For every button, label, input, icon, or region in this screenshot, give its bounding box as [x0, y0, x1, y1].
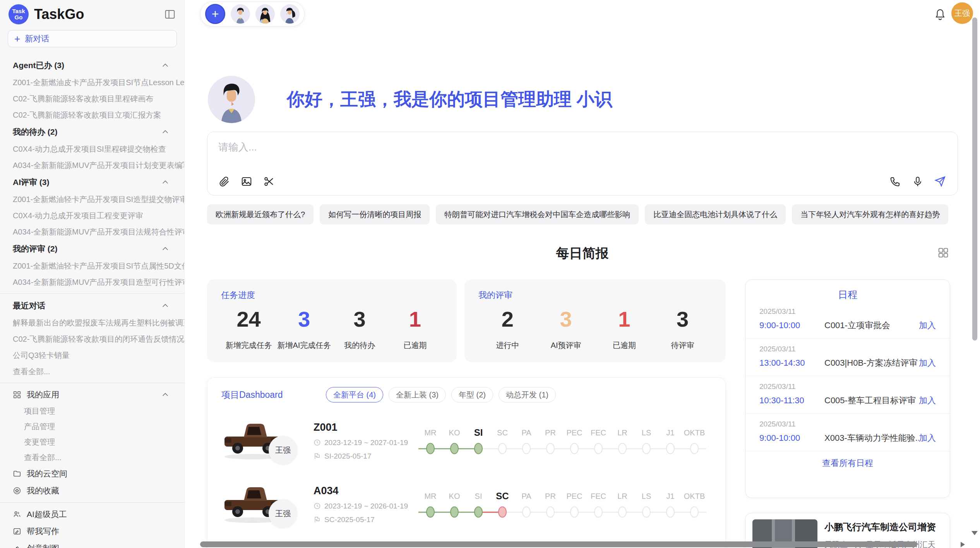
- milestone-dot: [466, 442, 490, 455]
- suggestion-chip[interactable]: 当下年轻人对汽车外观有怎样的喜好趋势: [792, 204, 948, 224]
- attachment-icon[interactable]: [218, 176, 231, 188]
- view-all-chats[interactable]: 查看全部...: [0, 363, 184, 380]
- chevron-up-icon[interactable]: [161, 128, 170, 136]
- join-meeting-link[interactable]: 加入: [919, 320, 936, 331]
- stat-my-todo: 3 我的待办: [332, 307, 387, 351]
- recent-chat-item[interactable]: 公司Q3轻卡销量: [0, 347, 184, 363]
- tab-new-platform[interactable]: 全新平台 (4): [326, 387, 383, 402]
- collapse-sidebar-icon[interactable]: [164, 9, 176, 20]
- chevron-up-icon[interactable]: [161, 390, 170, 399]
- task-item[interactable]: C02-飞腾新能源轻客改款项目立项汇报方案: [0, 107, 184, 123]
- avatar-assistant-1[interactable]: [231, 4, 250, 24]
- join-meeting-link[interactable]: 加入: [919, 395, 936, 406]
- schedule-item: 2025/03/11 9:00-10:00 X003-车辆动力学性能验... 加…: [745, 414, 950, 451]
- send-icon[interactable]: [934, 176, 947, 188]
- milestone-track: MR KO SI SC PA PR PEC FEC LR LS J1 OKTB: [418, 490, 711, 519]
- section-agent-done[interactable]: Agent已办 (3): [0, 57, 184, 74]
- scroll-right-arrow-icon[interactable]: [961, 542, 965, 547]
- logo-line1: Task: [12, 8, 25, 14]
- sidebar-item-favorites[interactable]: 我的收藏: [0, 482, 184, 499]
- sidebar-item-cloud-space[interactable]: 我的云空间: [0, 465, 184, 482]
- sidebar-item-ai-super-staff[interactable]: AI超级员工: [0, 506, 184, 523]
- phone-icon[interactable]: [889, 176, 902, 188]
- suggestion-chips: 欧洲新规最近颁布了什么? 如何写一份清晰的项目周报 特朗普可能对进口汽车增税会对…: [207, 204, 960, 224]
- milestone-label-current-overdue: SC: [490, 490, 514, 502]
- app-link-project-mgmt[interactable]: 项目管理: [0, 403, 184, 419]
- section-my-review[interactable]: 我的评审 (2): [0, 240, 184, 258]
- avatar-assistant-2[interactable]: [255, 4, 275, 24]
- schedule-time: 9:00-10:00: [759, 320, 824, 331]
- tab-model-year[interactable]: 年型 (2): [451, 387, 493, 402]
- chevron-up-icon[interactable]: [161, 245, 170, 253]
- scroll-down-arrow-icon[interactable]: [971, 531, 978, 535]
- schedule-name: C003|H0B-方案冻结评审: [824, 357, 919, 369]
- suggestion-chip[interactable]: 欧洲新规最近颁布了什么?: [207, 204, 314, 224]
- project-flag-milestone: SI-2025-05-17: [324, 452, 371, 461]
- stat-new-completed: 24 新增完成任务: [221, 307, 276, 351]
- task-item[interactable]: C02-飞腾新能源轻客改款项目里程碑画布: [0, 91, 184, 107]
- milestone-dot: [562, 442, 586, 455]
- task-item[interactable]: A034-全新新能源MUV产品开发项目计划变更表编写: [0, 157, 184, 173]
- task-item[interactable]: C0X4-动力总成开发项目SI里程碑提交物检查: [0, 141, 184, 157]
- sidebar-item-my-apps[interactable]: 我的应用: [0, 386, 184, 403]
- task-progress-card: 任务进度 24 新增完成任务 3 新增AI完成任务 3 我的待办 1 已逾期: [207, 279, 457, 362]
- app-link-product-mgmt[interactable]: 产品管理: [0, 419, 184, 434]
- app-link-change-mgmt[interactable]: 变更管理: [0, 434, 184, 450]
- sidebar-item-creative-drawing[interactable]: 创意制图: [0, 540, 184, 548]
- task-item[interactable]: Z001-全新燃油皮卡产品开发项目SI节点Lesson Learn报告: [0, 74, 184, 91]
- join-meeting-link[interactable]: 加入: [919, 432, 936, 444]
- scissors-icon[interactable]: [263, 176, 276, 188]
- tab-powertrain[interactable]: 动总开发 (1): [499, 387, 556, 402]
- project-row-z001[interactable]: 王强 Z001 2023-12-19 ~ 2027-01-19 SI-2025-…: [221, 416, 711, 466]
- task-item[interactable]: A034-全新新能源MUV产品开发项目造型可行性评审: [0, 274, 184, 290]
- task-item[interactable]: Z001-全新燃油轻卡产品开发项目SI节点属性5D文件评审: [0, 258, 184, 274]
- my-review-card: 我的评审 2 进行中 3 AI预评审 1 已逾期 3 待评审: [464, 279, 726, 362]
- chevron-up-icon[interactable]: [161, 178, 170, 187]
- chevron-up-icon[interactable]: [161, 301, 170, 310]
- add-conversation-button[interactable]: +: [205, 4, 225, 24]
- vertical-scrollbar[interactable]: [972, 17, 977, 341]
- schedule-card: 日程 2025/03/11 9:00-10:00 C001-立项审批会 加入 2…: [745, 279, 950, 498]
- milestone-dot: [538, 505, 562, 519]
- schedule-item: 2025/03/11 13:00-14:30 C003|H0B-方案冻结评审 加…: [745, 339, 950, 376]
- section-ai-review[interactable]: AI评审 (3): [0, 173, 184, 191]
- chat-composer[interactable]: 请输入...: [207, 132, 958, 195]
- clock-icon: [314, 502, 321, 510]
- sidebar-item-help-me-write[interactable]: 帮我写作: [0, 523, 184, 540]
- suggestion-chip[interactable]: 比亚迪全固态电池计划具体说了什么: [645, 204, 786, 224]
- suggestion-chip[interactable]: 如何写一份清晰的项目周报: [320, 204, 430, 224]
- tab-new-body[interactable]: 全新上装 (3): [389, 387, 446, 402]
- section-title: AI评审 (3): [13, 177, 50, 188]
- section-my-todo[interactable]: 我的待办 (2): [0, 123, 184, 141]
- notifications-bell-icon[interactable]: [934, 8, 946, 20]
- view-all-apps[interactable]: 查看全部...: [0, 450, 184, 465]
- stat-value: 1: [387, 307, 443, 332]
- composer-left-icons: [218, 176, 276, 188]
- horizontal-scrollbar[interactable]: [200, 541, 917, 547]
- section-recent-chats[interactable]: 最近对话: [0, 297, 184, 315]
- recent-chat-item[interactable]: C02-飞腾新能源轻客改款项目的闭环通告反馈情况: [0, 331, 184, 347]
- new-chat-button[interactable]: + 新对话: [8, 30, 177, 47]
- view-all-schedule-link[interactable]: 查看所有日程: [745, 457, 950, 469]
- sidebar-item-label: 创意制图: [27, 543, 59, 548]
- task-item[interactable]: A034-全新新能源MUV产品开发项目法规符合性评审: [0, 224, 184, 240]
- microphone-icon[interactable]: [912, 176, 924, 188]
- image-icon[interactable]: [241, 176, 253, 188]
- chevron-up-icon[interactable]: [161, 61, 170, 70]
- project-row-a034[interactable]: 王强 A034 2023-12-19 ~ 2026-01-19 SC-2025-…: [221, 479, 711, 529]
- avatar-assistant-3[interactable]: [280, 4, 300, 24]
- recent-chat-item[interactable]: 解释最新出台的欧盟报废车法规再生塑料比例被调至15%...: [0, 315, 184, 331]
- layout-grid-icon[interactable]: [937, 247, 949, 259]
- join-meeting-link[interactable]: 加入: [919, 357, 936, 369]
- task-item[interactable]: C0X4-动力总成开发项目工程变更评审: [0, 207, 184, 224]
- milestone-label: KO: [442, 490, 466, 502]
- task-item[interactable]: Z001-全新燃油轻卡产品开发项目SI造型提交物评审: [0, 191, 184, 207]
- milestone-dot: [610, 442, 634, 455]
- stat-pending-review: 3 待评审: [653, 307, 712, 351]
- user-avatar[interactable]: 王强: [951, 2, 973, 24]
- milestone-dot: [490, 442, 514, 455]
- milestone-label: OKTB: [682, 490, 706, 502]
- sidebar-header: Task Go TaskGo: [0, 0, 184, 29]
- suggestion-chip[interactable]: 特朗普可能对进口汽车增税会对中国车企造成哪些影响: [436, 204, 639, 224]
- stat-value: 3: [537, 307, 595, 332]
